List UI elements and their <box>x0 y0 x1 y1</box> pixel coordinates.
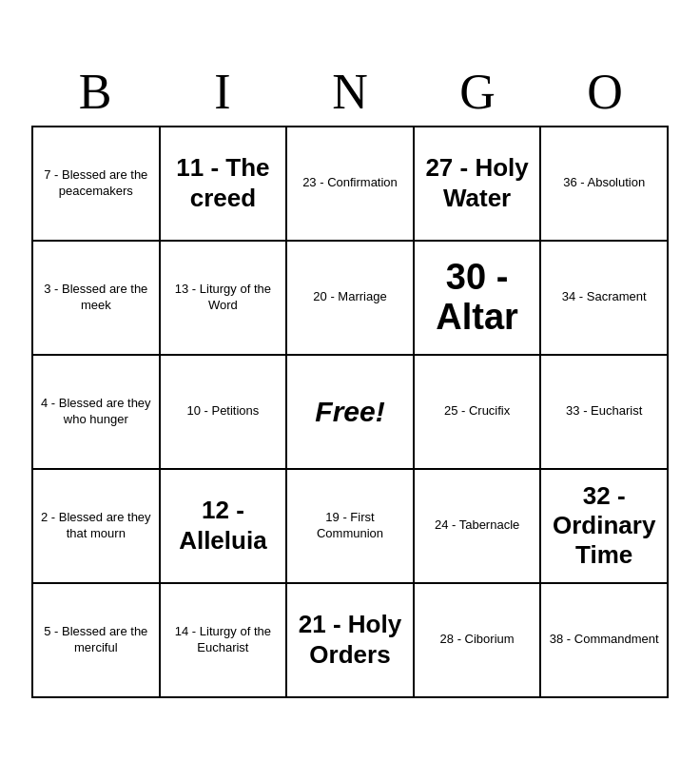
bingo-cell-21: 14 - Liturgy of the Eucharist <box>161 584 288 698</box>
bingo-cell-13: 25 - Crucifix <box>415 356 542 470</box>
bingo-cell-19: 32 - Ordinary Time <box>541 470 669 584</box>
cell-text-22: 21 - Holy Orders <box>293 610 407 669</box>
bingo-cell-14: 33 - Eucharist <box>541 356 669 470</box>
bingo-cell-5: 3 - Blessed are the meek <box>33 242 161 356</box>
bingo-cell-24: 38 - Commandment <box>541 584 669 698</box>
cell-text-18: 24 - Tabernacle <box>435 517 519 534</box>
bingo-cell-6: 13 - Liturgy of the Word <box>161 242 288 356</box>
bingo-cell-22: 21 - Holy Orders <box>287 584 415 698</box>
header-letter-n: N <box>288 64 412 120</box>
cell-text-8: 30 - Altar <box>420 258 535 338</box>
cell-text-12: Free! <box>315 393 384 430</box>
cell-text-4: 36 - Absolution <box>563 175 645 191</box>
cell-text-16: 12 - Alleluia <box>166 496 281 555</box>
cell-text-5: 3 - Blessed are the meek <box>39 282 153 314</box>
cell-text-0: 7 - Blessed are the peacemakers <box>39 167 153 200</box>
bingo-card: BINGO 7 - Blessed are the peacemakers11 … <box>22 54 678 708</box>
bingo-cell-9: 34 - Sacrament <box>541 242 669 356</box>
header-letter-i: I <box>161 64 284 120</box>
cell-text-9: 34 - Sacrament <box>562 289 647 305</box>
bingo-cell-7: 20 - Marriage <box>287 242 415 356</box>
bingo-cell-17: 19 - First Communion <box>287 470 415 584</box>
cell-text-3: 27 - Holy Water <box>420 153 535 212</box>
cell-text-15: 2 - Blessed are they that mourn <box>39 510 153 542</box>
bingo-cell-10: 4 - Blessed are they who hunger <box>33 356 161 470</box>
cell-text-21: 14 - Liturgy of the Eucharist <box>166 624 281 656</box>
cell-text-24: 38 - Commandment <box>550 632 659 648</box>
cell-text-1: 11 - The creed <box>166 153 281 212</box>
cell-text-23: 28 - Ciborium <box>440 632 515 648</box>
bingo-cell-11: 10 - Petitions <box>161 356 288 470</box>
header-letter-g: G <box>416 64 539 120</box>
header-letter-b: B <box>33 64 157 120</box>
bingo-cell-8: 30 - Altar <box>415 242 542 356</box>
bingo-cell-20: 5 - Blessed are the merciful <box>33 584 161 698</box>
bingo-cell-23: 28 - Ciborium <box>415 584 542 698</box>
bingo-cell-1: 11 - The creed <box>161 127 288 242</box>
bingo-grid: 7 - Blessed are the peacemakers11 - The … <box>31 126 669 698</box>
cell-text-19: 32 - Ordinary Time <box>547 481 661 571</box>
cell-text-7: 20 - Marriage <box>313 289 386 305</box>
bingo-cell-18: 24 - Tabernacle <box>415 470 542 584</box>
bingo-header: BINGO <box>31 64 669 120</box>
cell-text-14: 33 - Eucharist <box>566 403 642 420</box>
bingo-cell-0: 7 - Blessed are the peacemakers <box>33 127 161 242</box>
cell-text-2: 23 - Confirmation <box>302 175 398 191</box>
bingo-cell-12: Free! <box>287 356 415 470</box>
cell-text-6: 13 - Liturgy of the Word <box>166 282 281 314</box>
cell-text-11: 10 - Petitions <box>186 403 259 420</box>
cell-text-17: 19 - First Communion <box>293 510 407 542</box>
bingo-cell-4: 36 - Absolution <box>541 127 669 242</box>
bingo-cell-3: 27 - Holy Water <box>415 127 542 242</box>
header-letter-o: O <box>543 64 667 120</box>
bingo-cell-16: 12 - Alleluia <box>161 470 288 584</box>
bingo-cell-15: 2 - Blessed are they that mourn <box>33 470 161 584</box>
bingo-cell-2: 23 - Confirmation <box>287 127 415 242</box>
cell-text-10: 4 - Blessed are they who hunger <box>39 396 153 428</box>
cell-text-13: 25 - Crucifix <box>444 403 510 420</box>
cell-text-20: 5 - Blessed are the merciful <box>39 624 153 656</box>
